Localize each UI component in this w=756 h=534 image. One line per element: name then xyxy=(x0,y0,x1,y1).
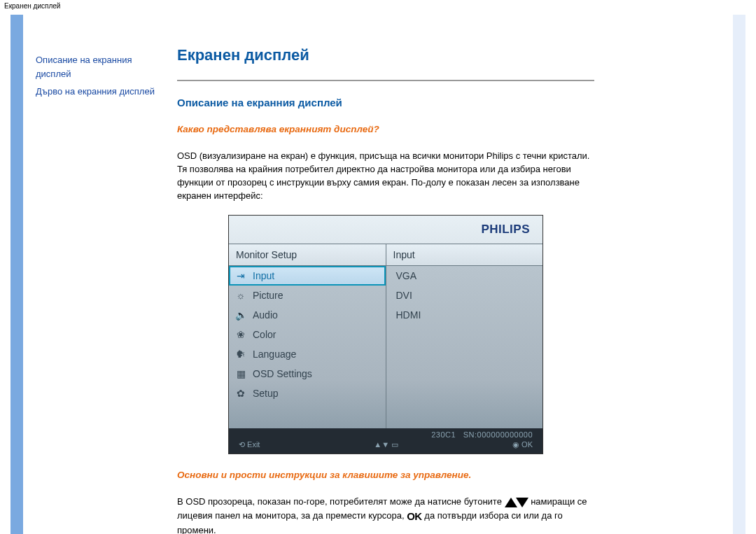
osd-menu-item[interactable]: ❀Color xyxy=(229,325,386,344)
osd-menu-item[interactable]: ⇥Input xyxy=(229,266,386,286)
osd-menu-icon: 🔈 xyxy=(234,309,247,321)
paragraph-osd-intro: OSD (визуализиране на екран) е функция, … xyxy=(177,150,594,202)
section-title-description: Описание на екранния дисплей xyxy=(177,97,594,108)
left-decorative-stripe xyxy=(10,15,23,534)
osd-menu-icon: ☼ xyxy=(234,290,247,301)
osd-menu-label: Color xyxy=(253,329,276,340)
instructions-heading: Основни и прости инструкции за клавишите… xyxy=(177,470,594,480)
osd-right-header: Input xyxy=(386,244,543,266)
osd-menu-item[interactable]: 🗣Language xyxy=(229,344,386,364)
osd-menu-label: Audio xyxy=(253,309,278,321)
osd-value-item[interactable]: VGA xyxy=(386,266,543,286)
osd-menu-icon: ❀ xyxy=(234,329,247,340)
osd-menu-icon: ✿ xyxy=(234,388,247,399)
right-decorative-stripe xyxy=(733,15,746,534)
sidebar-link-tree[interactable]: Дърво на екранния дисплей xyxy=(36,86,155,97)
para2-part-a: В OSD прозореца, показан по-горе, потреб… xyxy=(177,496,505,507)
osd-left-header: Monitor Setup xyxy=(229,244,386,266)
sidebar-link-description[interactable]: Описание на екранния дисплей xyxy=(36,55,132,79)
page-title: Екранен дисплей xyxy=(177,46,594,64)
osd-serial: SN:000000000000 xyxy=(463,430,533,439)
osd-menu-item[interactable]: ✿Setup xyxy=(229,384,386,403)
osd-menu-item[interactable]: ▦OSD Settings xyxy=(229,364,386,384)
osd-menu-label: Setup xyxy=(253,388,279,399)
osd-model: 230C1 xyxy=(431,430,456,439)
osd-menu-label: OSD Settings xyxy=(253,368,312,379)
osd-value-item[interactable]: DVI xyxy=(386,286,543,305)
ok-button-icon: OK xyxy=(407,510,422,522)
osd-menu-item[interactable]: ☼Picture xyxy=(229,286,386,305)
osd-menu-label: Input xyxy=(253,270,274,281)
osd-footer: 230C1 SN:000000000000 ⟲ Exit ▲▼ ▭ ◉ OK xyxy=(229,428,542,454)
osd-foot-ok: ◉ OK xyxy=(512,440,533,449)
osd-foot-exit: ⟲ Exit xyxy=(239,440,260,449)
window-title: Екранен дисплей xyxy=(0,0,756,12)
brand-logo: PHILIPS xyxy=(481,223,530,237)
osd-foot-nav: ▲▼ ▭ xyxy=(374,440,398,449)
separator xyxy=(177,80,594,81)
question-what-is-osd: Какво представлява екранният дисплей? xyxy=(177,124,594,134)
osd-menu-item[interactable]: 🔈Audio xyxy=(229,305,386,325)
osd-brand-bar: PHILIPS xyxy=(229,216,542,244)
paragraph-controls: В OSD прозореца, показан по-горе, потреб… xyxy=(177,496,594,534)
osd-value-item[interactable]: HDMI xyxy=(386,305,543,325)
osd-menu-icon: ▦ xyxy=(234,368,247,379)
page-layout: Описание на екранния дисплей Дърво на ек… xyxy=(10,15,746,534)
osd-menu-icon: ⇥ xyxy=(234,270,247,281)
osd-menu-icon: 🗣 xyxy=(234,349,247,360)
osd-menu-label: Picture xyxy=(253,290,284,301)
up-down-buttons-icon xyxy=(505,496,528,510)
osd-screenshot: PHILIPS Monitor Setup ⇥Input☼Picture🔈Aud… xyxy=(228,215,543,454)
sidebar-nav: Описание на екранния дисплей Дърво на ек… xyxy=(23,15,170,534)
main-content: Екранен дисплей Описание на екранния дис… xyxy=(170,15,615,534)
osd-menu-label: Language xyxy=(253,349,296,360)
